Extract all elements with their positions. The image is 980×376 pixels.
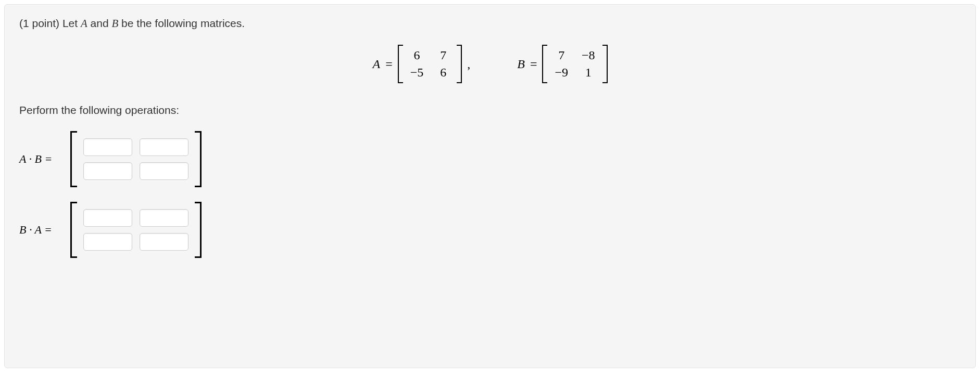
A-2-2: 6 — [437, 66, 449, 80]
A-1-1: 6 — [410, 48, 424, 62]
B-1-1: 7 — [555, 48, 568, 62]
matrix-B-label: B — [517, 57, 525, 71]
AB-label: A · B = — [19, 152, 64, 166]
bracket-right-icon — [195, 131, 202, 187]
bracket-right-icon — [602, 45, 608, 83]
AB-input-2-1[interactable] — [83, 162, 132, 180]
BA-input-2-2[interactable] — [140, 233, 189, 251]
matrix-B-eq: B = 7 −8 −9 1 — [517, 45, 607, 83]
bracket-left-icon — [542, 45, 547, 83]
matrix-A-label: A — [372, 57, 380, 71]
operations-prompt: Perform the following operations: — [19, 104, 961, 116]
bracket-left-icon — [70, 202, 77, 258]
A-2-1: −5 — [410, 66, 424, 80]
A-1-2: 7 — [437, 48, 449, 62]
bracket-left-icon — [398, 45, 403, 83]
bracket-right-icon — [195, 202, 202, 258]
intro-and: and — [87, 17, 112, 29]
bracket-right-icon — [457, 45, 462, 83]
BA-input-1-2[interactable] — [140, 209, 189, 227]
problem-intro: (1 point) Let A and B be the following m… — [19, 17, 961, 30]
intro-text-1: Let — [62, 17, 81, 29]
BA-label: B · A = — [19, 223, 64, 237]
BA-input-1-1[interactable] — [83, 209, 132, 227]
matrix-B-cells: 7 −8 −9 1 — [549, 45, 600, 83]
B-1-2: −8 — [582, 48, 595, 62]
AB-cells — [77, 131, 195, 187]
matrix-A: 6 7 −5 6 — [398, 45, 462, 83]
BA-input-2-1[interactable] — [83, 233, 132, 251]
matrix-A-cells: 6 7 −5 6 — [405, 45, 455, 83]
BA-matrix — [70, 202, 202, 258]
var-B: B — [111, 17, 118, 30]
comma: , — [467, 57, 470, 71]
problem-container: (1 point) Let A and B be the following m… — [4, 4, 976, 368]
matrix-B: 7 −8 −9 1 — [542, 45, 607, 83]
matrix-definitions: A = 6 7 −5 6 , B = 7 −8 — [19, 45, 961, 83]
matrix-A-eq: A = 6 7 −5 6 , — [372, 45, 470, 83]
intro-text-2: be the following matrices. — [118, 17, 245, 29]
AB-matrix — [70, 131, 202, 187]
answer-AB: A · B = — [19, 131, 961, 187]
AB-input-1-2[interactable] — [140, 138, 189, 156]
bracket-left-icon — [70, 131, 77, 187]
B-2-2: 1 — [582, 66, 595, 80]
var-A: A — [81, 17, 87, 30]
B-2-1: −9 — [555, 66, 568, 80]
points: (1 point) — [19, 17, 62, 29]
BA-cells — [77, 202, 195, 258]
AB-input-2-2[interactable] — [140, 162, 189, 180]
AB-input-1-1[interactable] — [83, 138, 132, 156]
answer-BA: B · A = — [19, 202, 961, 258]
equals-sign: = — [385, 57, 393, 71]
equals-sign: = — [530, 57, 537, 71]
